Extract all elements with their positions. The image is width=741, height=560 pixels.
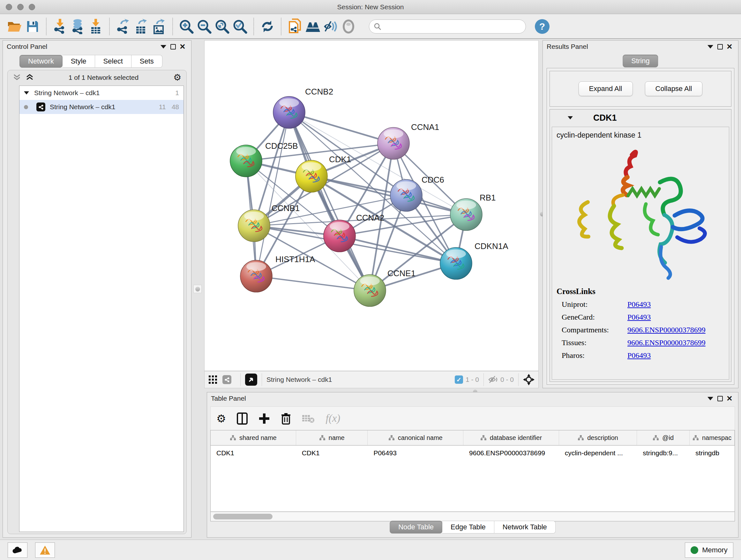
gene-header-row[interactable]: CDK1 (550, 110, 731, 126)
column-header-description[interactable]: description (559, 430, 637, 445)
table-row[interactable]: CDK1CDK1P064939606.ENSP00000378699cyclin… (211, 446, 735, 460)
panel-collapse-button[interactable] (705, 394, 715, 402)
panel-close-button[interactable]: ✕ (725, 394, 734, 402)
network-node-rb1[interactable]: RB1 (450, 193, 496, 231)
selected-checkbox-icon[interactable]: ✓ (455, 375, 463, 384)
tab-edge-table[interactable]: Edge Table (442, 521, 494, 534)
collapse-all-icon[interactable] (13, 73, 21, 82)
tab-style[interactable]: Style (63, 55, 95, 68)
tab-string[interactable]: String (623, 55, 658, 67)
column-header-database-identifier[interactable]: database identifier (463, 430, 559, 445)
crosslink-link[interactable]: P06493 (627, 313, 651, 321)
zoom-fit-button[interactable] (213, 17, 231, 36)
column-header-canonical-name[interactable]: canonical name (367, 430, 463, 445)
show-all-button[interactable] (340, 17, 357, 36)
network-graph[interactable]: CCNB2CCNA1CDC25BCDK1CDC6RB1CCNB1CCNA2CDK… (205, 41, 538, 371)
network-node-cdc6[interactable]: CDC6 (390, 175, 444, 211)
zoom-out-button[interactable] (195, 17, 213, 36)
table-cell[interactable]: cyclin-dependent ... (559, 446, 637, 460)
export-image-button[interactable] (150, 17, 168, 36)
panel-float-button[interactable] (168, 43, 178, 51)
column-header-name[interactable]: name (296, 430, 368, 445)
expand-all-button[interactable]: Expand All (579, 81, 633, 96)
gear-icon[interactable]: ⚙ (173, 73, 181, 82)
expander-icon[interactable] (24, 91, 29, 95)
hide-selected-button[interactable] (322, 17, 340, 36)
panel-float-button[interactable] (715, 394, 725, 402)
table-cell[interactable]: 9606.ENSP00000378699 (463, 446, 559, 460)
crosslink-link[interactable]: 9606.ENSP00000378699 (627, 338, 705, 347)
first-neighbors-button[interactable] (304, 17, 322, 36)
tab-network-table[interactable]: Network Table (494, 521, 556, 534)
network-edge[interactable] (256, 276, 370, 291)
expander-icon[interactable] (568, 116, 573, 119)
network-collection-row[interactable]: String Network – cdk1 1 (19, 86, 184, 100)
table-options-gear-icon[interactable]: ⚙ (216, 412, 226, 425)
panel-close-button[interactable]: ✕ (178, 43, 187, 51)
panel-close-button[interactable]: ✕ (725, 43, 734, 51)
delete-column-trash-icon[interactable] (281, 413, 291, 425)
crosslink-link[interactable]: 9606.ENSP00000378699 (627, 326, 705, 334)
panel-float-button[interactable] (715, 43, 725, 51)
network-edge[interactable] (289, 112, 394, 143)
column-header-shared-name[interactable]: shared name (211, 430, 296, 445)
refresh-button[interactable] (259, 17, 276, 36)
network-node-cdkn1a[interactable]: CDKN1A (440, 241, 509, 279)
tab-node-table[interactable]: Node Table (390, 521, 442, 534)
memory-button[interactable]: Memory (685, 543, 733, 558)
function-builder-icon[interactable]: f(x) (326, 413, 340, 424)
open-session-button[interactable] (6, 17, 23, 36)
tab-select[interactable]: Select (95, 55, 131, 68)
left-splitter-handle[interactable] (193, 285, 202, 293)
network-node-ccna1[interactable]: CCNA1 (378, 122, 439, 159)
toolbar-divider (109, 18, 110, 35)
tab-sets[interactable]: Sets (131, 55, 162, 68)
export-network-button[interactable] (114, 17, 132, 36)
birds-eye-view-icon[interactable] (523, 374, 535, 385)
clone-network-button[interactable] (286, 17, 304, 36)
detach-view-button[interactable] (245, 374, 257, 386)
import-network-button[interactable] (51, 17, 69, 36)
add-column-icon[interactable] (259, 413, 270, 424)
crosslink-link[interactable]: P06493 (627, 300, 651, 309)
table-horizontal-scrollbar[interactable] (210, 512, 735, 521)
network-edge[interactable] (256, 112, 289, 276)
crosslink-link[interactable]: P06493 (627, 351, 651, 360)
import-database-button[interactable] (69, 17, 87, 36)
table-cell[interactable]: P06493 (367, 446, 463, 460)
table-cell[interactable]: stringdb:9... (637, 446, 690, 460)
zoom-selected-button[interactable] (231, 17, 249, 36)
tab-network[interactable]: Network (19, 55, 63, 68)
copy-documents-icon (287, 18, 302, 35)
zoom-in-button[interactable] (178, 17, 195, 36)
show-columns-icon[interactable] (237, 413, 248, 425)
network-node-ccnb1[interactable]: CCNB1 (238, 203, 300, 242)
expand-all-icon[interactable] (25, 73, 34, 82)
network-view-canvas[interactable]: CCNB2CCNA1CDC25BCDK1CDC6RB1CCNB1CCNA2CDK… (204, 40, 539, 371)
column-header--id[interactable]: @id (637, 430, 690, 445)
network-node-hist1h1a[interactable]: HIST1H1A (240, 254, 315, 292)
search-input[interactable] (385, 23, 521, 30)
warnings-button[interactable] (35, 543, 55, 558)
table-cell[interactable]: CDK1 (211, 446, 296, 460)
network-view-icon[interactable] (222, 375, 231, 384)
panel-collapse-button[interactable] (705, 43, 715, 51)
scrollbar-thumb[interactable] (213, 514, 273, 519)
import-table-button[interactable] (87, 17, 105, 36)
export-arrow-icon (138, 19, 147, 24)
collapse-all-button[interactable]: Collapse All (645, 81, 703, 96)
export-table-button[interactable] (132, 17, 150, 36)
network-row[interactable]: String Network – cdk1 11 48 (19, 100, 184, 114)
cloud-status-button[interactable] (8, 543, 27, 558)
table-cell[interactable]: stringdb (690, 446, 735, 460)
delete-table-icon[interactable] (302, 414, 315, 423)
grid-view-icon[interactable] (208, 375, 217, 384)
help-button[interactable]: ? (535, 19, 549, 34)
table-cell[interactable]: CDK1 (296, 446, 368, 460)
column-header-namespac[interactable]: namespac (690, 430, 735, 445)
panel-collapse-button[interactable] (158, 43, 168, 51)
save-session-button[interactable] (23, 17, 42, 36)
hidden-eye-icon[interactable] (488, 375, 498, 384)
node-table[interactable]: shared namenamecanonical namedatabase id… (210, 430, 735, 512)
gene-symbol: CDK1 (593, 113, 617, 123)
